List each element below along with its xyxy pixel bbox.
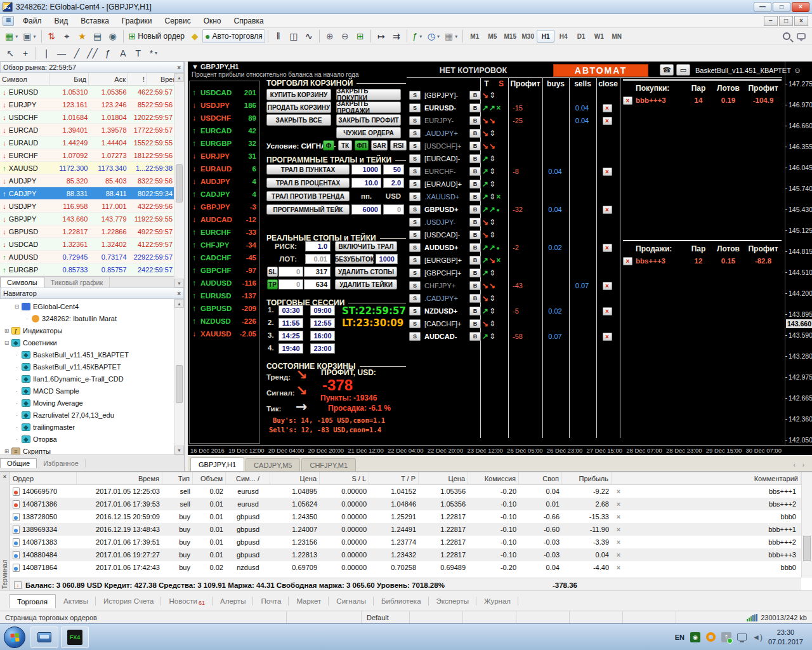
order-close-icon[interactable]: × xyxy=(612,564,625,571)
timeframe-W1[interactable]: W1 xyxy=(590,30,608,43)
order-row-140669570[interactable]: 1406695702017.01.05 12:25:03sell0.02euru… xyxy=(10,485,801,498)
market-watch-row-EURAUD[interactable]: ↓EURAUD1.442491.4440415522:59:55 xyxy=(0,136,175,149)
text-button[interactable]: A xyxy=(115,46,131,60)
order-close-icon[interactable]: × xyxy=(612,500,625,508)
horizontal-line-button[interactable]: — xyxy=(54,46,69,60)
data-window-button[interactable]: ⌖ xyxy=(60,29,75,43)
enable-tral-button[interactable]: ВКЛЮЧИТЬ ТРАЛ xyxy=(335,241,397,251)
buy-button[interactable]: B xyxy=(469,256,481,265)
tral-button-2[interactable]: ТРАЛ ПРОТИВ ТРЕНДА xyxy=(266,191,350,201)
tree-expand-icon[interactable]: ⊞ xyxy=(3,448,11,454)
navigator-close-icon[interactable]: × xyxy=(177,290,181,297)
lot-input[interactable]: 0.01 xyxy=(305,254,331,264)
basket-button-2[interactable]: ПРОДАТЬ КОРЗИНУ xyxy=(266,102,331,113)
scroll-thumb[interactable] xyxy=(176,164,183,202)
sell-button[interactable]: S xyxy=(409,154,421,163)
buy-button[interactable]: B xyxy=(469,154,481,163)
menu-Файл[interactable]: Файл xyxy=(16,15,48,27)
mw-column-2[interactable]: Аск xyxy=(89,73,128,85)
timeframe-H1[interactable]: H1 xyxy=(537,30,554,43)
terminal-tab-Маркет[interactable]: Маркет xyxy=(289,594,329,608)
terminal-tab-Торговля[interactable]: Торговля xyxy=(9,594,56,608)
label-button[interactable]: T xyxy=(131,46,146,60)
terminal-tab-Активы[interactable]: Активы xyxy=(56,594,96,608)
condition-button-ФП[interactable]: ФП xyxy=(355,140,369,150)
shapes-button[interactable]: *▾ xyxy=(146,46,161,60)
nav-server[interactable]: ⊟EGlobal-Cent4 xyxy=(0,300,175,312)
menu-Графики[interactable]: Графики xyxy=(115,15,159,27)
market-watch-close-icon[interactable]: × xyxy=(177,64,181,71)
order-col-4[interactable]: Сим... / xyxy=(226,472,270,484)
timeframe-MN[interactable]: MN xyxy=(608,30,625,43)
sell-button[interactable]: S xyxy=(409,116,421,125)
buy-button[interactable]: B xyxy=(469,129,481,138)
close-pair-button[interactable]: × xyxy=(603,282,612,290)
order-close-icon[interactable]: × xyxy=(612,538,625,546)
nav-expert[interactable]: ·◆Оторва xyxy=(0,433,175,445)
price-scale[interactable]: 147.275146.970146.660146.355146.045145.7… xyxy=(785,62,812,445)
menu-Вид[interactable]: Вид xyxy=(48,15,75,27)
tab-Тиковый график[interactable]: Тиковый график xyxy=(44,277,110,288)
session-from-2[interactable]: 11:55 xyxy=(278,318,303,328)
market-watch-button[interactable]: ⇅ xyxy=(44,29,60,43)
chart-tab-CHFJPY,M1[interactable]: CHFJPY,M1 xyxy=(301,458,356,471)
session-from-4[interactable]: 19:40 xyxy=(278,343,303,354)
network-tray-icon[interactable] xyxy=(737,633,747,640)
fibonacci-button[interactable]: ƒ xyxy=(100,46,115,60)
backup-tray-icon[interactable] xyxy=(706,632,716,642)
sell-button[interactable]: S xyxy=(409,180,421,189)
close-button[interactable]: × xyxy=(792,2,809,12)
terminal-tab-Новости[interactable]: Новости61 xyxy=(161,594,213,608)
menu-Окно[interactable]: Окно xyxy=(197,15,228,27)
profile-label[interactable]: Default xyxy=(362,611,410,623)
timeframe-M30[interactable]: M30 xyxy=(519,30,537,43)
buy-button[interactable]: B xyxy=(469,218,481,227)
condition-button-SAR[interactable]: SAR xyxy=(371,140,388,150)
nav-expert[interactable]: ·◆Moving Average xyxy=(0,397,175,409)
automat-button[interactable]: АВТОМАТ xyxy=(553,64,648,77)
zoom-in-button[interactable]: ⊕ xyxy=(322,29,337,43)
tp-input-2[interactable]: 634 xyxy=(304,279,331,289)
basket-button-4[interactable]: ЗАКРЫТЬ ВСЕ xyxy=(266,114,331,126)
market-watch-row-XAUUSD[interactable]: ↑XAUUSD1172.3001173.3401...22:59:38 xyxy=(0,162,175,175)
nav-expert[interactable]: ·◆MACD Sample xyxy=(0,385,175,397)
market-watch-row-AUDUSD[interactable]: ↑AUDUSD0.729450.7317422922:59:57 xyxy=(0,251,175,263)
close-pair-button[interactable]: × xyxy=(603,206,612,214)
sell-button[interactable]: S xyxy=(409,307,421,315)
tp-input-1[interactable]: 0 xyxy=(278,279,303,289)
basket-button-1[interactable]: ЗАКРЫТЬ ПОКУПКИ xyxy=(336,89,401,100)
close-pair-button[interactable]: × xyxy=(603,333,612,341)
market-watch-row-EURJPY[interactable]: ↓EURJPY123.161123.2468522:59:56 xyxy=(0,98,175,111)
buy-button[interactable]: B xyxy=(469,192,481,201)
timeframe-H4[interactable]: H4 xyxy=(554,30,572,43)
close-pair-button[interactable]: × xyxy=(603,117,612,125)
usb-tray-icon[interactable]: ⇡ xyxy=(721,632,731,642)
market-watch-row-EURUSD[interactable]: ↓EURUSD1.053101.053564622:59:57 xyxy=(0,86,175,98)
buy-button[interactable]: B xyxy=(469,142,481,150)
line-chart-button[interactable]: ∿ xyxy=(301,29,317,43)
session-to-2[interactable]: 12:55 xyxy=(310,318,335,328)
mw-column-3[interactable]: ! xyxy=(128,73,147,85)
session-to-1[interactable]: 09:00 xyxy=(310,305,335,315)
tral-button-0[interactable]: ТРАЛ В ПУНКТАХ xyxy=(266,164,350,175)
mw-column-1[interactable]: Бид xyxy=(49,73,89,85)
nav-expert[interactable]: ·◆Ilan1.6Dynamic_e-Trall_CDD xyxy=(0,373,175,385)
order-col-2[interactable]: Тип xyxy=(162,472,193,484)
order-col-5[interactable]: Цена xyxy=(270,472,320,484)
market-watch-row-USDJPY[interactable]: ↓USDJPY116.958117.0014322:59:56 xyxy=(0,200,175,213)
buy-button[interactable]: B xyxy=(469,205,481,214)
basket-button-5[interactable]: ЗАКРЫТЬ ПРОФИТ xyxy=(336,114,401,126)
breakeven-input[interactable]: 1000 xyxy=(376,254,398,264)
chart-symbol-label[interactable]: ▼ GBPJPY,H1 xyxy=(192,63,239,70)
tab-Избранное[interactable]: Избранное xyxy=(37,459,86,468)
close-buys-button[interactable]: × xyxy=(623,96,632,105)
session-from-1[interactable]: 03:30 xyxy=(278,305,303,315)
sell-button[interactable]: S xyxy=(409,129,421,138)
nav-indicators[interactable]: ⊞ƒИндикаторы xyxy=(0,324,175,336)
tab-Общие[interactable]: Общие xyxy=(0,458,37,468)
basket-button-6[interactable]: ЧУЖИЕ ОРДЕРА xyxy=(336,127,401,138)
order-col-9[interactable]: Комиссия xyxy=(468,472,519,484)
buy-button[interactable]: B xyxy=(469,307,481,315)
sell-button[interactable]: S xyxy=(409,256,421,265)
market-watch-scrollbar[interactable]: ▲ ▼ xyxy=(174,73,184,288)
